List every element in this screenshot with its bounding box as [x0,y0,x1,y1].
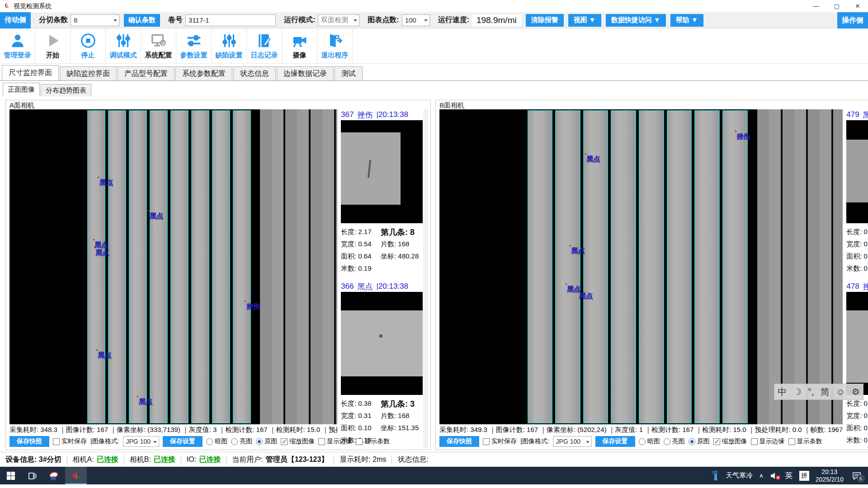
run-mode-select[interactable]: 双面检测 [318,14,359,26]
tab-system-param-config[interactable]: 系统参数配置 [175,66,232,80]
save-snapshot-button[interactable]: 保存快照 [9,436,49,447]
language-indicator[interactable]: 英 [785,470,793,481]
drive-side-button[interactable]: 传动侧 [0,12,31,28]
tab-product-model-config[interactable]: 产品型号配置 [118,66,175,80]
minimize-button[interactable]: — [806,0,826,12]
defect-label: 黑点 [150,212,163,221]
data-quick-access-menu-button[interactable]: 数据快捷访问 ▼ [606,14,666,27]
admin-login-button[interactable]: 管理登录 [0,28,35,63]
ime-item[interactable]: °, [808,387,814,397]
clock-date: 2025/2/10 [816,476,844,483]
status-info-label: 状态信息: [392,455,434,465]
dark-image-radio[interactable] [206,438,213,445]
title-bar: 视觉检测系统 — ▢ ✕ [0,0,868,12]
subtab-front-image[interactable]: 正面图像 [3,83,40,96]
defect-thumbnail[interactable] [341,120,423,223]
camera-b-status-line: 采集耗时: 349.3 ｜图像计数: 167 ｜像素坐标: (5202,24) … [439,424,843,435]
parameter-settings-button[interactable]: 参数设置 [176,28,212,63]
sliders-vertical-icon [221,32,238,49]
snipping-tool-button[interactable] [43,467,65,484]
ime-item[interactable]: ☺ [836,387,845,397]
chevron-down-icon [424,19,428,22]
save-settings-button[interactable]: 保存设置 [163,436,203,447]
help-menu-button[interactable]: 帮助 ▼ [670,14,703,27]
tab-size-monitor[interactable]: 尺寸监控界面 [2,65,59,80]
stat-width: 宽度: 0.31 [341,412,381,420]
stat-area: 面积: 0.10 [341,424,381,432]
bright-image-radio[interactable] [664,438,670,445]
defect-panel-scrollbar[interactable] [424,109,428,448]
show-strip-count-checkbox[interactable] [788,438,795,445]
app-logo-icon [4,2,11,11]
original-image-radio[interactable] [256,438,263,445]
defect-card-header[interactable]: 479 黑点 |20:13:38 [846,109,868,120]
defect-card-header[interactable]: 478 挫伤 |20:13:38 [846,281,868,292]
roll-number-input[interactable] [185,14,276,26]
realtime-save-checkbox[interactable] [483,438,490,445]
vision-app-taskbar-button[interactable] [65,467,87,484]
camera-button[interactable]: 摄像 [282,28,317,63]
tab-status-info[interactable]: 状态信息 [233,66,276,80]
bright-image-radio[interactable] [231,438,238,445]
ime-item[interactable]: 中 [778,386,787,398]
show-strip-count-checkbox[interactable] [356,438,363,445]
defect-card-header[interactable]: 367 挫伤 |20:13:38 [341,109,423,120]
zoom-image-checkbox[interactable] [713,438,720,445]
defect-card-header[interactable]: 366 黑点 |20:13:38 [341,281,423,292]
stat-width: 宽度: 0.54 [341,240,381,249]
stop-button[interactable]: 停止 [71,28,106,63]
clear-alarm-button[interactable]: 清除报警 [526,14,564,27]
tab-edge-data-record[interactable]: 边缘数据记录 [277,66,334,80]
zoom-image-checkbox[interactable] [281,438,288,445]
volume-muted-icon[interactable] [770,472,779,480]
ime-item[interactable]: ☽ [793,386,802,397]
tab-test[interactable]: 测试 [335,66,363,80]
system-config-button[interactable]: 系统配置 [141,28,176,63]
ime-toolbar[interactable]: 中☽°,简☺⚙ [774,384,863,400]
defect-settings-button[interactable]: 缺陷设置 [212,28,247,63]
ime-item[interactable]: 简 [821,386,830,398]
show-edge-checkbox[interactable] [318,438,325,445]
subtab-distribution-trend-chart[interactable]: 分布趋势图表 [41,84,91,96]
camera-b-image[interactable]: 挫伤黑点黑点黑点黑点 [439,109,843,424]
hidden-icons-chevron[interactable]: ∧ [759,472,764,479]
chart-points-select[interactable]: 100 [402,14,430,26]
close-button[interactable]: ✕ [847,0,868,12]
defect-mark [368,160,371,178]
confirm-count-button[interactable]: 确认条数 [124,14,160,27]
action-center-button[interactable]: 6 [850,471,863,480]
exit-program-button[interactable]: 退出程序 [317,28,353,63]
ime-mode-indicator[interactable]: 拼 [799,471,809,481]
tab-defect-monitor[interactable]: 缺陷监控界面 [60,66,117,80]
start-button[interactable] [0,467,22,484]
realtime-save-checkbox[interactable] [53,438,60,445]
ime-item[interactable]: ⚙ [852,386,860,397]
taskbar-clock[interactable]: 20:13 2025/2/10 [816,468,844,483]
image-format-select[interactable]: JPG 100 [553,436,592,447]
defect-thumbnail[interactable] [846,292,868,395]
start-button[interactable]: 开始 [35,28,71,63]
image-format-select[interactable]: JPG 100 [123,436,159,447]
task-view-button[interactable] [22,467,43,484]
original-image-radio[interactable] [689,438,695,445]
maximize-button[interactable]: ▢ [826,0,847,12]
stat-strip-index: 第几条: 8 [381,227,423,238]
sliders-horizontal-icon [185,32,203,49]
image-format-label: |图像格式: [520,437,549,446]
current-user: 当前用户:管理员【123-123】 [226,455,334,465]
save-snapshot-button[interactable]: 保存快照 [439,436,479,447]
camera-a-controls: 保存快照 实时保存 |图像格式: JPG 100 保存设置 暗图 亮图 原图 缩… [9,435,337,448]
weather-status[interactable]: 天气寒冷 [726,471,753,480]
show-edge-checkbox[interactable] [751,438,758,445]
camera-a-image[interactable]: 黑点黑点黑点黑点挫伤黑点黑点 [9,109,337,424]
log-record-button[interactable]: 日志记录 [247,28,282,63]
save-settings-button[interactable]: 保存设置 [595,436,635,447]
dark-image-radio[interactable] [639,438,646,445]
defect-thumbnail[interactable] [846,120,868,223]
operator-side-button[interactable]: 操作侧 [837,12,868,28]
debug-mode-button[interactable]: 调试模式 [106,28,141,63]
slit-count-select[interactable]: 8 [71,14,119,26]
view-menu-button[interactable]: 视图 ▼ [568,14,601,27]
strip-region [87,110,251,423]
defect-thumbnail[interactable] [341,292,423,395]
